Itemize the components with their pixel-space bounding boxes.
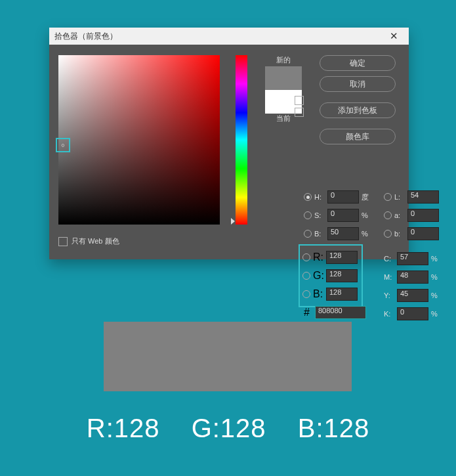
c-input[interactable]: 57	[397, 252, 428, 265]
color-marker[interactable]: ○	[56, 138, 70, 152]
rgb-b-input[interactable]: 128	[326, 288, 358, 301]
cmyk-group: C:57% M:48% Y:45% K:0%	[384, 249, 443, 323]
color-library-button[interactable]: 颜色库	[320, 129, 396, 144]
brightness-input[interactable]: 50	[327, 227, 359, 240]
rgb-group: R:128 G:128 B:128	[299, 244, 363, 307]
radio-l[interactable]	[384, 193, 392, 201]
grid-icon[interactable]	[295, 108, 304, 117]
radio-b[interactable]	[304, 230, 312, 238]
ok-button[interactable]: 确定	[320, 55, 396, 71]
web-colors-label: 只有 Web 颜色	[72, 236, 119, 246]
radio-s[interactable]	[304, 211, 312, 219]
m-input[interactable]: 48	[397, 270, 428, 284]
add-swatch-button[interactable]: 添加到色板	[320, 102, 396, 118]
big-b: B:128	[298, 414, 370, 443]
h-input[interactable]: 0	[327, 190, 359, 204]
saturation-brightness-field[interactable]: ○	[58, 55, 220, 225]
new-color	[265, 66, 302, 90]
g-input[interactable]: 128	[326, 269, 358, 282]
big-g: G:128	[192, 414, 266, 443]
s-input[interactable]: 0	[327, 209, 359, 222]
radio-r[interactable]	[302, 253, 310, 261]
hue-slider[interactable]	[236, 55, 247, 225]
radio-lb[interactable]	[384, 230, 392, 238]
cancel-button[interactable]: 取消	[320, 76, 396, 92]
radio-g[interactable]	[302, 272, 310, 280]
cube-icon[interactable]	[295, 96, 304, 105]
big-r: R:128	[87, 414, 160, 443]
hue-arrow-icon	[231, 218, 235, 225]
hsb-group: H:0度 S:0% B:50%	[304, 188, 373, 243]
radio-h[interactable]	[304, 193, 312, 201]
dialog-title: 拾色器（前景色）	[54, 31, 117, 42]
hex-input[interactable]: 808080	[315, 306, 366, 319]
lab-b-input[interactable]: 0	[407, 227, 439, 240]
rgb-caption: R:128 G:128 B:128	[0, 414, 456, 443]
close-icon[interactable]: ✕	[384, 30, 404, 42]
radio-rgb-b[interactable]	[302, 290, 310, 298]
hex-prefix: #	[304, 307, 310, 318]
r-input[interactable]: 128	[326, 251, 358, 264]
y-input[interactable]: 45	[397, 289, 428, 302]
radio-la[interactable]	[384, 211, 392, 219]
web-colors-checkbox[interactable]	[58, 237, 68, 246]
result-color-swatch	[104, 322, 352, 391]
hex-row: # 808080	[304, 306, 366, 319]
a-input[interactable]: 0	[407, 209, 439, 222]
new-color-label: 新的	[254, 55, 313, 65]
lab-group: L:54 a:0 b:0	[384, 188, 439, 243]
k-input[interactable]: 0	[397, 307, 428, 320]
l-input[interactable]: 54	[407, 190, 439, 204]
titlebar: 拾色器（前景色） ✕	[49, 28, 409, 45]
color-picker-dialog: 拾色器（前景色） ✕ ○ 只有 Web 颜色 新的 当前	[49, 28, 409, 259]
